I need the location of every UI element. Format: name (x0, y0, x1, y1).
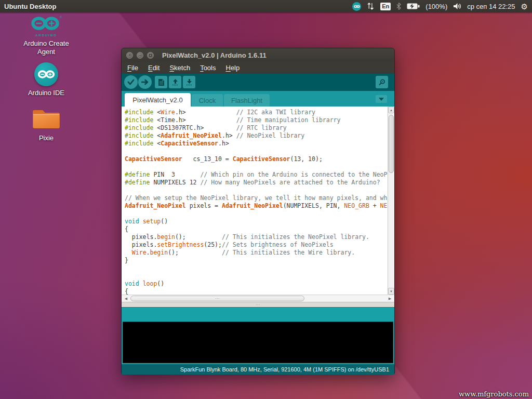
arduino-ide-icon (34, 62, 58, 86)
menu-edit[interactable]: Edit (148, 64, 159, 72)
arduino-tray-icon[interactable] (352, 2, 361, 11)
horizontal-scrollbar[interactable]: ◀ ⋯ ▶ (122, 295, 394, 302)
desktop-icon-label: Pixie (17, 134, 75, 142)
window-title: PixelWatch_v2.0 | Arduino 1.6.11 (162, 51, 267, 59)
code-line[interactable] (125, 272, 388, 280)
board-status-bar: SparkFun Blynk Board, 80 MHz, Serial, 92… (122, 364, 394, 375)
code-line[interactable] (125, 264, 388, 272)
upload-button[interactable] (138, 75, 152, 89)
desktop-icon-arduino-ide[interactable]: Arduino IDE (12, 62, 80, 97)
desktop-icon-arduino-create-agent[interactable]: ® ARDUINO Arduino Create Agent (12, 16, 80, 56)
window-minimize-button[interactable]: – (137, 52, 143, 59)
horizontal-scrollbar-thumb[interactable]: ⋯ (130, 296, 304, 301)
scroll-up-button[interactable]: ▲ (388, 107, 394, 113)
menu-sketch[interactable]: Sketch (169, 64, 190, 72)
code-line[interactable]: void setup() (125, 218, 388, 225)
code-line[interactable]: { (125, 225, 388, 233)
session-gear-icon[interactable]: ⚙ (521, 3, 528, 10)
code-line[interactable]: #define NUMPIXELS 12 // How many NeoPixe… (125, 179, 388, 187)
open-sketch-button[interactable] (169, 76, 181, 88)
clock-label[interactable]: ср сеп 14 22:25 (467, 3, 515, 10)
sketch-tab-bar: PixelWatch_v2.0 Clock FlashLight (122, 91, 394, 107)
menu-file[interactable]: File (127, 64, 138, 72)
scroll-down-button[interactable]: ▼ (388, 288, 394, 295)
tab-dropdown-button[interactable] (376, 95, 387, 103)
code-line[interactable]: CapacitiveSensor cs_13_10 = CapacitiveSe… (125, 155, 388, 163)
verify-button[interactable] (124, 75, 138, 89)
battery-percent-label: (100%) (425, 3, 447, 10)
tab-flashlight[interactable]: FlashLight (224, 94, 270, 107)
code-line[interactable]: #include <DS1307RTC.h> // RTC library (125, 124, 388, 132)
folder-icon (12, 107, 80, 131)
tab-pixelwatch[interactable]: PixelWatch_v2.0 (125, 93, 191, 107)
registered-mark: ® (60, 16, 62, 19)
desktop-icon-pixie[interactable]: Pixie (12, 107, 80, 142)
code-line[interactable] (125, 163, 388, 171)
code-line[interactable]: void loop() (125, 280, 388, 288)
window-titlebar[interactable]: × – PixelWatch_v2.0 | Arduino 1.6.11 (122, 48, 394, 62)
menu-tools[interactable]: Tools (200, 64, 216, 72)
code-line[interactable]: #include <Time.h> // Time manipulation l… (125, 116, 388, 124)
arduino-wordmark: ARDUINO (12, 34, 80, 37)
code-line[interactable]: } (125, 257, 388, 264)
window-maximize-button[interactable] (147, 52, 154, 59)
code-line[interactable]: // When we setup the NeoPixel library, w… (125, 194, 388, 202)
desktop-icon-label: Arduino Create Agent (17, 39, 75, 56)
network-updown-icon[interactable] (367, 3, 375, 10)
keyboard-layout-indicator[interactable]: En (380, 3, 391, 10)
desktop-icon-label: Arduino IDE (17, 89, 75, 97)
code-line[interactable]: pixels.setBrightness(25);// Sets brightn… (125, 241, 388, 249)
arduino-ide-window: × – PixelWatch_v2.0 | Arduino 1.6.11 Fil… (121, 48, 395, 374)
code-line[interactable]: { (125, 288, 388, 295)
battery-icon[interactable] (407, 3, 420, 9)
arduino-create-agent-icon: ® ARDUINO (12, 16, 80, 37)
code-area[interactable]: #include <Wire.h> // I2C aka TWI library… (125, 109, 388, 295)
scroll-right-button[interactable]: ▶ (387, 295, 393, 302)
menu-bar: File Edit Sketch Tools Help (122, 62, 394, 74)
editor-console-splitter[interactable]: ⋯ (122, 302, 394, 307)
vertical-scrollbar-thumb[interactable] (389, 115, 394, 173)
scroll-left-button[interactable]: ◀ (123, 295, 129, 302)
active-app-title: Ubuntu Desktop (4, 3, 56, 10)
code-line[interactable]: Adafruit_NeoPixel pixels = Adafruit_NeoP… (125, 202, 388, 210)
code-line[interactable]: #define PIN 3 // Which pin on the Arduin… (125, 171, 388, 179)
toolbar (122, 74, 394, 91)
code-line[interactable] (125, 210, 388, 218)
console-output (123, 322, 393, 363)
code-line[interactable]: Wire.begin(); // This initializes the Wi… (125, 249, 388, 257)
bluetooth-icon[interactable] (396, 3, 401, 10)
new-sketch-button[interactable] (155, 76, 167, 88)
top-panel: Ubuntu Desktop En (100%) (0, 0, 532, 12)
tab-clock[interactable]: Clock (192, 94, 223, 107)
code-line[interactable]: pixels.begin(); // This initializes the … (125, 233, 388, 241)
serial-monitor-button[interactable] (376, 76, 388, 88)
code-line[interactable] (125, 187, 388, 194)
vertical-scrollbar[interactable]: ▲ ▼ (388, 107, 394, 295)
menu-help[interactable]: Help (225, 64, 240, 72)
code-line[interactable]: #include <Wire.h> // I2C aka TWI library (125, 109, 388, 116)
chevron-down-icon (379, 98, 384, 101)
volume-icon[interactable] (453, 3, 461, 10)
code-editor[interactable]: #include <Wire.h> // I2C aka TWI library… (122, 107, 394, 295)
watermark: www.mfgrobots.com (459, 390, 529, 398)
code-line[interactable]: #include <Adafruit_NeoPixel.h> // NeoPix… (125, 132, 388, 140)
window-close-button[interactable]: × (126, 52, 133, 59)
code-line[interactable]: #include <CapacitiveSensor.h> (125, 140, 388, 148)
save-sketch-button[interactable] (183, 76, 195, 88)
system-tray: En (100%) ср сеп 14 22:25 ⚙ (352, 2, 532, 11)
code-line[interactable] (125, 148, 388, 155)
